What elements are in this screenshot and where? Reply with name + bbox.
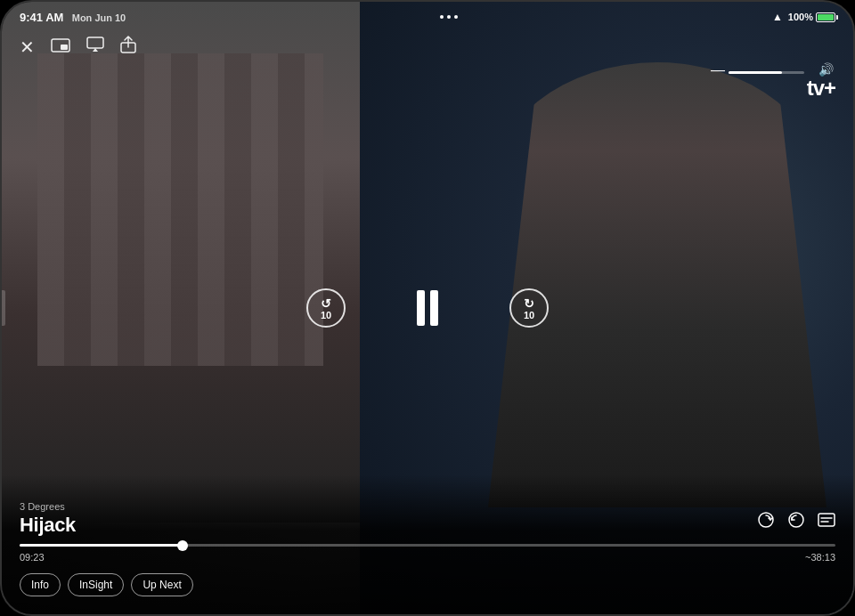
pause-bar-left xyxy=(417,290,425,326)
skip-forward-button[interactable]: ↻ 10 xyxy=(509,288,549,328)
wifi-icon: ▲ xyxy=(772,11,783,23)
skip-back-seconds: 10 xyxy=(321,311,331,320)
share-button[interactable] xyxy=(120,36,136,58)
skip-forward-arrow: ↻ xyxy=(524,296,534,311)
time-section: 09:23 ~38:13 xyxy=(20,552,835,563)
volume-fill xyxy=(729,71,782,74)
status-center-dots xyxy=(440,15,458,19)
skip-forward-seconds: 10 xyxy=(524,311,534,320)
skip-back-arrow: ↺ xyxy=(321,296,331,311)
battery-container: 100% xyxy=(788,12,835,22)
airplay-button[interactable] xyxy=(86,36,104,57)
status-date: Mon Jun 10 xyxy=(72,12,126,23)
pip-button[interactable] xyxy=(51,38,70,56)
title-left: 3 Degrees Hijack xyxy=(20,501,76,537)
autoplay-icon[interactable] xyxy=(757,511,775,533)
show-title: Hijack xyxy=(20,514,76,537)
apple-tv-logo: tv+ xyxy=(807,73,835,101)
status-right: ▲ 100% xyxy=(772,11,835,23)
title-section: 3 Degrees Hijack xyxy=(20,501,835,537)
title-right xyxy=(757,511,835,537)
scene-left xyxy=(2,2,360,523)
playback-controls: ↺ 10 ↻ 10 xyxy=(306,288,549,328)
battery-fill xyxy=(818,14,834,20)
apple-symbol: tv+ xyxy=(807,76,835,100)
battery-icon xyxy=(816,12,835,22)
skip-back-button[interactable]: ↺ 10 xyxy=(306,288,346,328)
side-notch xyxy=(2,290,5,326)
pause-bar-right xyxy=(430,290,438,326)
person-silhouette xyxy=(488,62,826,507)
insight-button[interactable]: InSight xyxy=(68,573,124,596)
status-bar: 9:41 AM Mon Jun 10 ▲ 100% xyxy=(2,2,853,32)
progress-thumb[interactable] xyxy=(177,540,188,551)
volume-track[interactable] xyxy=(729,71,804,74)
device-frame: 9:41 AM Mon Jun 10 ▲ 100% ✕ xyxy=(0,0,855,616)
battery-percentage: 100% xyxy=(788,12,813,22)
progress-fill xyxy=(20,544,183,547)
time-elapsed: 09:23 xyxy=(20,552,45,563)
dot-3 xyxy=(454,15,458,19)
close-button[interactable]: ✕ xyxy=(20,36,35,58)
progress-track[interactable] xyxy=(20,544,835,547)
top-controls: ✕ xyxy=(2,36,853,58)
subtitles-icon[interactable] xyxy=(818,513,835,531)
svg-rect-6 xyxy=(818,514,835,526)
bottom-overlay: 3 Degrees Hijack xyxy=(2,474,853,614)
pause-button[interactable] xyxy=(417,290,438,326)
info-button[interactable]: Info xyxy=(20,573,61,596)
episode-label: 3 Degrees xyxy=(20,501,76,512)
dot-2 xyxy=(447,15,451,19)
top-left-controls: ✕ xyxy=(20,36,136,58)
svg-rect-1 xyxy=(61,45,68,50)
progress-section xyxy=(20,544,835,547)
status-time-date: 9:41 AM Mon Jun 10 xyxy=(20,11,126,24)
status-time: 9:41 AM xyxy=(20,11,63,24)
svg-rect-2 xyxy=(87,37,103,48)
back10-icon[interactable] xyxy=(787,511,805,533)
volume-icon[interactable]: — xyxy=(711,62,725,78)
time-remaining: ~38:13 xyxy=(805,552,835,563)
dot-1 xyxy=(440,15,444,19)
bottom-buttons: Info InSight Up Next xyxy=(20,573,835,596)
up-next-button[interactable]: Up Next xyxy=(131,573,192,596)
